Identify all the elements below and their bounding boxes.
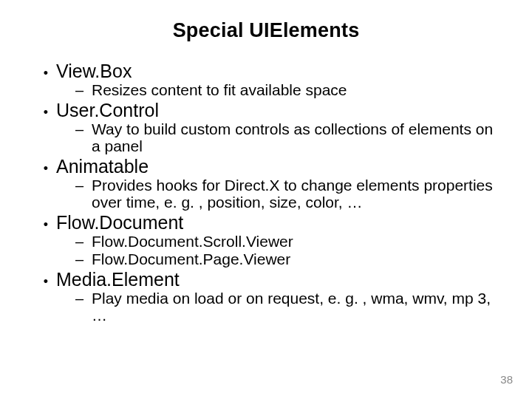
- sub-list: – Flow.Document.Scroll.Viewer – Flow.Doc…: [35, 233, 497, 268]
- dash-icon: –: [75, 252, 92, 267]
- list-item: • User.Control – Way to build custom con…: [35, 100, 497, 155]
- sub-list-item: – Way to build custom controls as collec…: [75, 120, 497, 155]
- sub-list-item-text: Way to build custom controls as collecti…: [92, 120, 497, 155]
- bullet-icon: •: [35, 218, 56, 231]
- bullet-icon: •: [35, 66, 56, 80]
- list-item-label: Media.Element: [56, 270, 180, 290]
- sub-list-item: – Play media on load or on request, e. g…: [75, 290, 497, 324]
- sub-list: – Resizes content to fit available space: [35, 81, 497, 99]
- slide: Special UIElements • View.Box – Resizes …: [0, 0, 532, 399]
- bullet-icon: •: [35, 162, 56, 175]
- sub-list: – Play media on load or on request, e. g…: [35, 290, 497, 324]
- slide-title: Special UIElements: [35, 19, 497, 42]
- sub-list: – Provides hooks for Direct.X to change …: [35, 177, 497, 211]
- list-item-label: Animatable: [56, 157, 149, 177]
- dash-icon: –: [75, 234, 92, 249]
- list-item-label: User.Control: [56, 100, 159, 120]
- sub-list-item: – Flow.Document.Page.Viewer: [75, 250, 497, 268]
- sub-list-item-text: Provides hooks for Direct.X to change el…: [92, 177, 497, 211]
- list-item: • View.Box – Resizes content to fit avai…: [35, 61, 497, 99]
- sub-list-item-text: Flow.Document.Page.Viewer: [92, 250, 290, 268]
- list-item-label: Flow.Document: [56, 213, 183, 233]
- bullet-list: • View.Box – Resizes content to fit avai…: [35, 61, 497, 324]
- dash-icon: –: [75, 178, 92, 193]
- list-item-label: View.Box: [56, 61, 132, 81]
- sub-list-item-text: Flow.Document.Scroll.Viewer: [92, 233, 293, 250]
- page-number: 38: [500, 373, 513, 386]
- dash-icon: –: [75, 83, 92, 98]
- sub-list-item: – Provides hooks for Direct.X to change …: [75, 177, 497, 211]
- bullet-icon: •: [35, 106, 56, 119]
- list-item: • Flow.Document – Flow.Document.Scroll.V…: [35, 213, 497, 268]
- sub-list-item: – Resizes content to fit available space: [75, 81, 497, 99]
- dash-icon: –: [75, 122, 92, 137]
- list-item: • Media.Element – Play media on load or …: [35, 270, 497, 324]
- sub-list-item-text: Play media on load or on request, e. g. …: [92, 290, 497, 324]
- list-item: • Animatable – Provides hooks for Direct…: [35, 157, 497, 211]
- sub-list-item-text: Resizes content to fit available space: [92, 81, 347, 99]
- sub-list-item: – Flow.Document.Scroll.Viewer: [75, 233, 497, 250]
- bullet-icon: •: [35, 275, 56, 288]
- sub-list: – Way to build custom controls as collec…: [35, 120, 497, 155]
- dash-icon: –: [75, 291, 92, 306]
